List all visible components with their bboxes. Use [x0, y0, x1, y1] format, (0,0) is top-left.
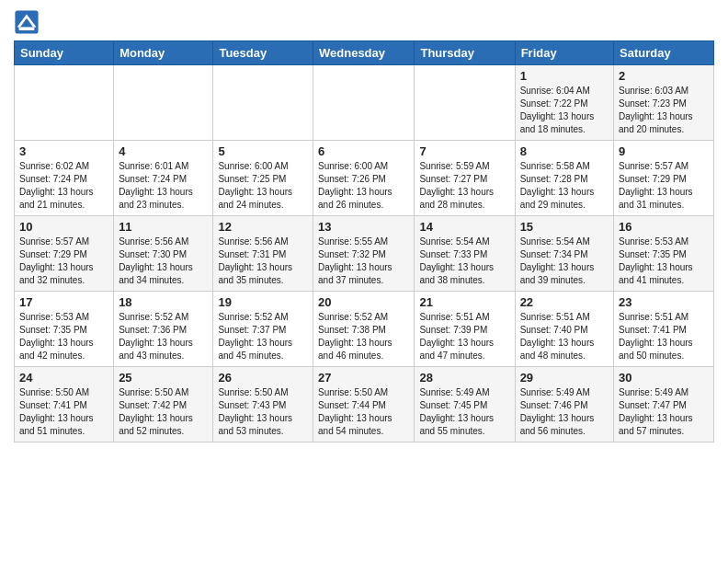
day-info: Sunrise: 5:54 AM Sunset: 7:34 PM Dayligh…	[520, 236, 609, 287]
logo-icon	[14, 9, 40, 35]
calendar-cell: 27Sunrise: 5:50 AM Sunset: 7:44 PM Dayli…	[313, 367, 415, 442]
day-info: Sunrise: 5:49 AM Sunset: 7:45 PM Dayligh…	[419, 386, 509, 438]
day-number: 12	[218, 220, 308, 234]
calendar-cell: 23Sunrise: 5:51 AM Sunset: 7:41 PM Dayli…	[614, 292, 714, 367]
day-number: 8	[520, 144, 609, 158]
day-info: Sunrise: 5:49 AM Sunset: 7:47 PM Dayligh…	[619, 386, 709, 438]
logo	[14, 9, 41, 35]
calendar-cell	[114, 65, 213, 141]
day-number: 23	[619, 295, 709, 309]
calendar-cell: 8Sunrise: 5:58 AM Sunset: 7:28 PM Daylig…	[515, 141, 613, 216]
day-number: 11	[119, 220, 208, 234]
day-info: Sunrise: 6:00 AM Sunset: 7:26 PM Dayligh…	[318, 160, 409, 212]
calendar-cell: 22Sunrise: 5:51 AM Sunset: 7:40 PM Dayli…	[515, 292, 613, 367]
weekday-header-friday: Friday	[515, 41, 613, 65]
day-info: Sunrise: 5:52 AM Sunset: 7:36 PM Dayligh…	[119, 311, 208, 362]
weekday-header-sunday: Sunday	[15, 41, 114, 65]
day-info: Sunrise: 5:51 AM Sunset: 7:40 PM Dayligh…	[520, 311, 609, 362]
day-info: Sunrise: 5:53 AM Sunset: 7:35 PM Dayligh…	[19, 311, 108, 362]
day-number: 29	[520, 371, 609, 385]
day-info: Sunrise: 5:55 AM Sunset: 7:32 PM Dayligh…	[318, 236, 409, 287]
calendar-cell: 3Sunrise: 6:02 AM Sunset: 7:24 PM Daylig…	[15, 141, 114, 216]
day-info: Sunrise: 5:57 AM Sunset: 7:29 PM Dayligh…	[19, 236, 108, 287]
calendar-cell: 26Sunrise: 5:50 AM Sunset: 7:43 PM Dayli…	[213, 367, 313, 442]
weekday-header-thursday: Thursday	[415, 41, 515, 65]
day-info: Sunrise: 5:54 AM Sunset: 7:33 PM Dayligh…	[419, 236, 509, 287]
calendar-cell	[15, 65, 114, 141]
calendar-cell: 16Sunrise: 5:53 AM Sunset: 7:35 PM Dayli…	[614, 216, 714, 292]
day-info: Sunrise: 5:53 AM Sunset: 7:35 PM Dayligh…	[619, 236, 709, 287]
calendar-cell: 17Sunrise: 5:53 AM Sunset: 7:35 PM Dayli…	[15, 292, 114, 367]
calendar-cell: 13Sunrise: 5:55 AM Sunset: 7:32 PM Dayli…	[313, 216, 415, 292]
day-info: Sunrise: 6:03 AM Sunset: 7:23 PM Dayligh…	[619, 85, 709, 136]
day-info: Sunrise: 6:02 AM Sunset: 7:24 PM Dayligh…	[19, 160, 108, 212]
day-number: 24	[19, 371, 108, 385]
svg-rect-3	[19, 28, 35, 30]
calendar-cell: 15Sunrise: 5:54 AM Sunset: 7:34 PM Dayli…	[515, 216, 613, 292]
calendar-cell: 6Sunrise: 6:00 AM Sunset: 7:26 PM Daylig…	[313, 141, 415, 216]
day-number: 25	[119, 371, 208, 385]
page: SundayMondayTuesdayWednesdayThursdayFrid…	[0, 0, 728, 456]
calendar-cell: 29Sunrise: 5:49 AM Sunset: 7:46 PM Dayli…	[515, 367, 613, 442]
calendar-cell: 18Sunrise: 5:52 AM Sunset: 7:36 PM Dayli…	[114, 292, 213, 367]
header	[14, 9, 714, 35]
day-info: Sunrise: 5:52 AM Sunset: 7:37 PM Dayligh…	[218, 311, 308, 362]
day-number: 10	[19, 220, 108, 234]
day-info: Sunrise: 5:58 AM Sunset: 7:28 PM Dayligh…	[520, 160, 609, 212]
calendar-cell	[415, 65, 515, 141]
calendar-cell	[213, 65, 313, 141]
day-number: 18	[119, 295, 208, 309]
calendar-cell: 4Sunrise: 6:01 AM Sunset: 7:24 PM Daylig…	[114, 141, 213, 216]
calendar-cell: 19Sunrise: 5:52 AM Sunset: 7:37 PM Dayli…	[213, 292, 313, 367]
day-info: Sunrise: 5:51 AM Sunset: 7:39 PM Dayligh…	[419, 311, 509, 362]
calendar-cell: 14Sunrise: 5:54 AM Sunset: 7:33 PM Dayli…	[415, 216, 515, 292]
calendar-cell: 2Sunrise: 6:03 AM Sunset: 7:23 PM Daylig…	[614, 65, 714, 141]
day-info: Sunrise: 5:50 AM Sunset: 7:42 PM Dayligh…	[119, 386, 208, 438]
day-number: 9	[619, 144, 709, 158]
day-number: 2	[619, 69, 709, 83]
day-number: 27	[318, 371, 409, 385]
day-number: 7	[419, 144, 509, 158]
day-info: Sunrise: 6:04 AM Sunset: 7:22 PM Dayligh…	[520, 85, 609, 136]
calendar-cell: 1Sunrise: 6:04 AM Sunset: 7:22 PM Daylig…	[515, 65, 613, 141]
day-number: 30	[619, 371, 709, 385]
day-info: Sunrise: 5:50 AM Sunset: 7:44 PM Dayligh…	[318, 386, 409, 438]
calendar-cell: 30Sunrise: 5:49 AM Sunset: 7:47 PM Dayli…	[614, 367, 714, 442]
day-number: 13	[318, 220, 409, 234]
calendar-table: SundayMondayTuesdayWednesdayThursdayFrid…	[14, 40, 714, 442]
calendar-cell	[313, 65, 415, 141]
day-number: 19	[218, 295, 308, 309]
day-number: 3	[19, 144, 108, 158]
weekday-header-wednesday: Wednesday	[313, 41, 415, 65]
calendar-cell: 24Sunrise: 5:50 AM Sunset: 7:41 PM Dayli…	[15, 367, 114, 442]
calendar-cell: 21Sunrise: 5:51 AM Sunset: 7:39 PM Dayli…	[415, 292, 515, 367]
day-number: 22	[520, 295, 609, 309]
calendar-cell: 7Sunrise: 5:59 AM Sunset: 7:27 PM Daylig…	[415, 141, 515, 216]
day-number: 5	[218, 144, 308, 158]
day-info: Sunrise: 5:49 AM Sunset: 7:46 PM Dayligh…	[520, 386, 609, 438]
weekday-header-monday: Monday	[114, 41, 213, 65]
day-info: Sunrise: 6:00 AM Sunset: 7:25 PM Dayligh…	[218, 160, 308, 212]
calendar-cell: 9Sunrise: 5:57 AM Sunset: 7:29 PM Daylig…	[614, 141, 714, 216]
day-number: 26	[218, 371, 308, 385]
day-info: Sunrise: 5:50 AM Sunset: 7:41 PM Dayligh…	[19, 386, 108, 438]
day-number: 6	[318, 144, 409, 158]
calendar-cell: 10Sunrise: 5:57 AM Sunset: 7:29 PM Dayli…	[15, 216, 114, 292]
day-number: 15	[520, 220, 609, 234]
day-number: 21	[419, 295, 509, 309]
day-info: Sunrise: 5:56 AM Sunset: 7:30 PM Dayligh…	[119, 236, 208, 287]
calendar-cell: 11Sunrise: 5:56 AM Sunset: 7:30 PM Dayli…	[114, 216, 213, 292]
day-number: 14	[419, 220, 509, 234]
day-number: 17	[19, 295, 108, 309]
day-number: 28	[419, 371, 509, 385]
day-number: 20	[318, 295, 409, 309]
day-number: 16	[619, 220, 709, 234]
calendar-cell: 25Sunrise: 5:50 AM Sunset: 7:42 PM Dayli…	[114, 367, 213, 442]
day-info: Sunrise: 5:57 AM Sunset: 7:29 PM Dayligh…	[619, 160, 709, 212]
calendar-cell: 20Sunrise: 5:52 AM Sunset: 7:38 PM Dayli…	[313, 292, 415, 367]
weekday-header-tuesday: Tuesday	[213, 41, 313, 65]
weekday-header-saturday: Saturday	[614, 41, 714, 65]
calendar-cell: 12Sunrise: 5:56 AM Sunset: 7:31 PM Dayli…	[213, 216, 313, 292]
calendar-cell: 5Sunrise: 6:00 AM Sunset: 7:25 PM Daylig…	[213, 141, 313, 216]
day-number: 4	[119, 144, 208, 158]
